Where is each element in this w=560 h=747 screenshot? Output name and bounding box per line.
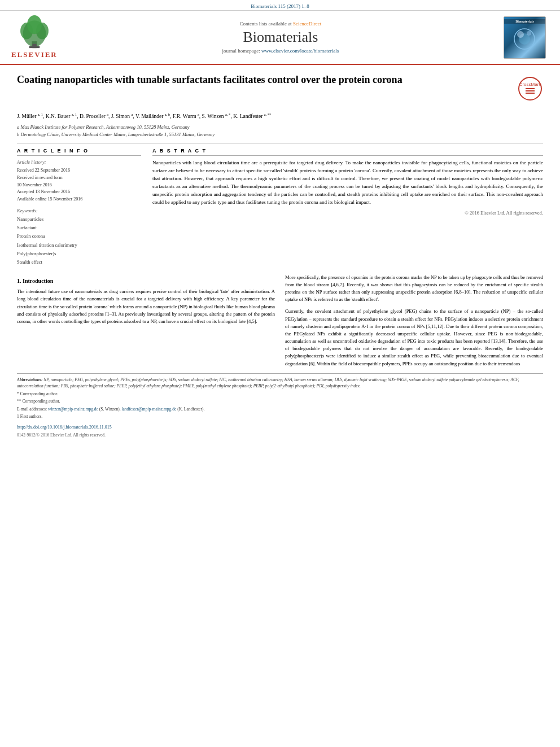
email-landfester[interactable]: landfester@mpip-mainz.mpg.de xyxy=(121,407,176,412)
keyword-1: Nanoparticles xyxy=(17,215,141,224)
email-line: E-mail addresses: winzen@mpip-mainz.mpg.… xyxy=(17,406,543,412)
sciencedirect-link[interactable]: ScienceDirect xyxy=(293,21,321,27)
keyword-3: Protein corona xyxy=(17,232,141,241)
abbreviations: Abbreviations: NP, nanoparticle; PEG, po… xyxy=(17,377,543,390)
abbrev-label: Abbreviations: xyxy=(17,377,42,382)
crossmark-icon: CrossMark xyxy=(518,76,543,102)
article-title-section: Coating nanoparticles with tunable surfa… xyxy=(17,73,543,106)
homepage-label: journal homepage: xyxy=(222,48,260,54)
doi-line: http://dx.doi.org/10.1016/j.biomaterials… xyxy=(17,424,543,431)
keywords-label: Keywords: xyxy=(17,208,141,213)
email-label: E-mail addresses: xyxy=(17,407,48,412)
doi-link[interactable]: http://dx.doi.org/10.1016/j.biomaterials… xyxy=(17,425,112,430)
top-citation-bar: Biomaterials 115 (2017) 1–8 xyxy=(0,0,560,11)
cover-label: Biomaterials xyxy=(504,19,545,24)
journal-homepage: journal homepage: www.elsevier.com/locat… xyxy=(58,48,504,54)
elsevier-text: ELSEVIER xyxy=(11,50,58,59)
page: Biomaterials 115 (2017) 1–8 ELSEVIER Con… xyxy=(0,0,560,444)
body-col-left: 1. Introduction The intentional future u… xyxy=(17,274,275,368)
article-info-column: A R T I C L E I N F O Article history: R… xyxy=(17,148,141,267)
affiliation-a: a Max Planck Institute for Polymer Resea… xyxy=(17,124,543,131)
elsevier-logo: ELSEVIER xyxy=(11,15,58,59)
abstract-text: Nanoparticles with long blood circulatio… xyxy=(152,159,543,207)
intro-heading: 1. Introduction xyxy=(17,277,275,286)
intro-para1: The intentional future use of nanomateri… xyxy=(17,288,275,325)
keyword-6: Stealth effect xyxy=(17,258,141,267)
abstract-header: A B S T R A C T xyxy=(152,148,543,156)
email-landfester-name: (K. Landfester). xyxy=(177,407,204,412)
available-date: Available online 15 November 2016 xyxy=(17,196,141,203)
affiliations: a Max Planck Institute for Polymer Resea… xyxy=(17,124,543,138)
elsevier-tree-icon xyxy=(15,15,54,49)
article-title: Coating nanoparticles with tunable surfa… xyxy=(17,73,403,86)
body-col-right: More specifically, the presence of opson… xyxy=(285,274,543,368)
journal-name: Biomaterials xyxy=(58,29,504,46)
accepted-date: Accepted 13 November 2016 xyxy=(17,189,141,196)
history-label: Article history: xyxy=(17,159,141,165)
email-winzen[interactable]: winzen@mpip-mainz.mpg.de xyxy=(48,407,98,412)
received-date: Received 22 September 2016 xyxy=(17,167,141,174)
biomaterials-cover: Biomaterials xyxy=(504,16,546,59)
footnotes-section: Abbreviations: NP, nanoparticle; PEG, po… xyxy=(17,373,543,439)
article-info-header: A R T I C L E I N F O xyxy=(17,148,141,156)
main-content: Coating nanoparticles with tunable surfa… xyxy=(0,65,560,444)
citation-text: Biomaterials 115 (2017) 1–8 xyxy=(251,3,309,9)
journal-header: ELSEVIER Contents lists available at Sci… xyxy=(0,11,560,65)
email-winzen-name: (S. Winzen), xyxy=(99,407,122,412)
authors-line: J. Müller a, 1, K.N. Bauer a, 1, D. Proz… xyxy=(17,112,543,120)
intro-para2: More specifically, the presence of opson… xyxy=(285,274,543,304)
corresponding1: * Corresponding author. xyxy=(17,391,543,397)
keywords-section: Keywords: Nanoparticles Surfactant Prote… xyxy=(17,208,141,267)
svg-point-10 xyxy=(527,31,531,36)
homepage-url[interactable]: www.elsevier.com/locate/biomaterials xyxy=(261,48,339,54)
svg-point-4 xyxy=(27,15,42,34)
cover-image-icon xyxy=(509,23,540,51)
journal-thumbnail: Biomaterials xyxy=(504,16,549,59)
affiliation-b: b Dermatology Clinic, University Medical… xyxy=(17,131,543,138)
keyword-2: Surfactant xyxy=(17,224,141,232)
keywords-list: Nanoparticles Surfactant Protein corona … xyxy=(17,215,141,267)
svg-point-9 xyxy=(517,31,524,38)
abbrev-text: NP, nanoparticle; PEG, polyethylene glyc… xyxy=(17,377,519,388)
revised-label: Received in revised form xyxy=(17,174,141,182)
svg-text:CrossMark: CrossMark xyxy=(519,82,542,87)
sciencedirect-line: Contents lists available at ScienceDirec… xyxy=(58,21,504,27)
intro-para3: Currently, the covalent attachment of po… xyxy=(285,308,543,367)
keyword-4: Isothermal titration calorimetry xyxy=(17,241,141,250)
journal-header-center: Contents lists available at ScienceDirec… xyxy=(58,21,504,54)
info-abstract-columns: A R T I C L E I N F O Article history: R… xyxy=(17,148,543,267)
svg-rect-6 xyxy=(29,46,40,48)
crossmark-badge[interactable]: CrossMark xyxy=(518,76,543,102)
contents-label: Contents lists available at xyxy=(239,21,291,27)
revised-date: 10 November 2016 xyxy=(17,182,141,189)
abstract-column: A B S T R A C T Nanoparticles with long … xyxy=(152,148,543,267)
first-authors-note: 1 First authors. xyxy=(17,413,543,420)
abstract-copyright: © 2016 Elsevier Ltd. All rights reserved… xyxy=(152,210,543,216)
section-divider xyxy=(17,143,543,143)
article-dates: Received 22 September 2016 Received in r… xyxy=(17,167,141,203)
keyword-5: Poly(phosphoester)s xyxy=(17,250,141,258)
body-columns: 1. Introduction The intentional future u… xyxy=(17,274,543,368)
issn-line: 0142-9612/© 2016 Elsevier Ltd. All right… xyxy=(17,432,543,438)
corresponding2: ** Corresponding author. xyxy=(17,398,543,404)
